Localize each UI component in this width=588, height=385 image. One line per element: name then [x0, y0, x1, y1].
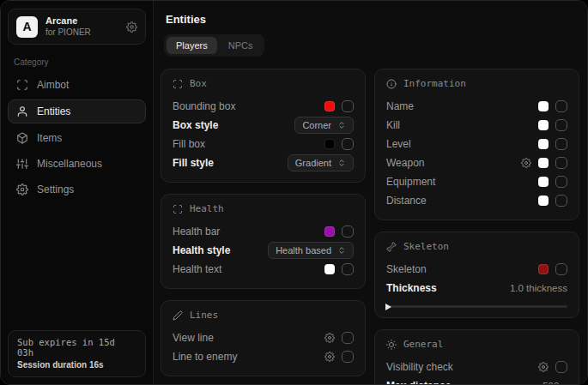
name-checkbox[interactable] [555, 100, 567, 112]
chevrons-up-down-icon [337, 121, 346, 129]
panel-information: Information Name Kill [374, 69, 579, 220]
dropdown-value: Corner [302, 120, 331, 130]
gear-icon[interactable] [324, 333, 335, 343]
max-distance-value: 500m [543, 381, 567, 384]
app-window: A Arcane for PIONER Category Aimbot [0, 0, 588, 385]
sidebar-item-label: Entities [37, 105, 70, 117]
color-swatch[interactable] [538, 196, 549, 206]
brand-subtitle: for PIONER [45, 27, 118, 39]
skeleton-checkbox[interactable] [555, 263, 567, 275]
view-line-checkbox[interactable] [342, 332, 354, 344]
gear-icon[interactable] [126, 21, 137, 33]
chevrons-up-down-icon [337, 159, 346, 167]
color-swatch[interactable] [324, 264, 335, 274]
health-text-checkbox[interactable] [342, 263, 354, 275]
row-health-style: Health style Health based [173, 241, 354, 260]
row-label: Box style [173, 119, 218, 131]
bounding-box-checkbox[interactable] [342, 100, 354, 112]
brand-logo: A [16, 16, 38, 38]
row-distance: Distance [386, 191, 567, 210]
subscription-card: Sub expires in 15d 03h Session duration … [8, 330, 146, 377]
session-duration-text: Session duration 16s [17, 360, 136, 370]
pencil-icon [173, 310, 183, 321]
sliders-icon [16, 158, 28, 170]
row-label: Weapon [386, 157, 424, 169]
row-label: Health style [173, 244, 230, 256]
tab-npcs[interactable]: NPCs [219, 37, 263, 54]
row-label: Level [386, 138, 411, 150]
gear-icon[interactable] [521, 158, 531, 168]
tab-players[interactable]: Players [167, 37, 217, 54]
row-level: Level [386, 135, 567, 153]
color-swatch[interactable] [324, 226, 335, 237]
crosshair-icon [16, 79, 28, 91]
category-label: Category [14, 57, 140, 67]
row-max-distance: Max distance 500m [386, 376, 567, 384]
row-view-line: View line [173, 328, 354, 347]
visibility-check-checkbox[interactable] [555, 361, 567, 373]
panel-title: General [403, 339, 443, 350]
distance-checkbox[interactable] [555, 195, 567, 207]
panel-health: Health Health bar Health style Health ba… [161, 194, 366, 289]
equipment-checkbox[interactable] [555, 176, 567, 188]
row-health-text: Health text [173, 260, 354, 279]
row-box-style: Box style Corner [173, 116, 354, 135]
entities-icon [16, 105, 28, 117]
color-swatch[interactable] [324, 139, 335, 149]
color-swatch[interactable] [538, 177, 549, 187]
entity-type-tabs: Players NPCs [164, 34, 264, 57]
brackets-icon [173, 204, 183, 214]
bone-icon [386, 242, 397, 252]
health-bar-checkbox[interactable] [342, 226, 354, 238]
row-label: Fill style [173, 157, 214, 169]
panel-lines: Lines View line Line to enemy [161, 300, 366, 376]
info-icon [386, 79, 397, 89]
gear-icon[interactable] [538, 362, 549, 372]
row-line-to-enemy: Line to enemy [173, 347, 354, 366]
color-swatch[interactable] [538, 101, 549, 111]
fill-style-dropdown[interactable]: Gradient [288, 154, 354, 171]
color-swatch[interactable] [538, 158, 549, 168]
thickness-slider[interactable] [386, 305, 567, 308]
line-to-enemy-checkbox[interactable] [342, 351, 354, 363]
color-swatch[interactable] [538, 120, 549, 130]
box-style-dropdown[interactable]: Corner [294, 117, 354, 134]
weapon-checkbox[interactable] [555, 157, 567, 169]
sidebar: A Arcane for PIONER Category Aimbot [1, 1, 154, 384]
sidebar-item-label: Items [37, 132, 62, 144]
sidebar-item-entities[interactable]: Entities [8, 99, 146, 123]
brand-text: Arcane for PIONER [45, 15, 118, 38]
color-swatch[interactable] [538, 139, 549, 149]
level-checkbox[interactable] [555, 138, 567, 150]
sidebar-item-settings[interactable]: Settings [8, 178, 146, 201]
kill-checkbox[interactable] [555, 119, 567, 131]
sub-expiry-text: Sub expires in 15d 03h [17, 337, 136, 358]
sidebar-item-miscellaneous[interactable]: Miscellaneous [8, 153, 146, 175]
panel-skeleton: Skeleton Skeleton Thickness 1.0 thicknes… [374, 232, 579, 318]
sidebar-item-label: Aimbot [37, 79, 69, 91]
slider-thumb[interactable] [385, 304, 391, 310]
row-fill-style: Fill style Gradient [173, 153, 354, 172]
sidebar-item-aimbot[interactable]: Aimbot [8, 74, 146, 96]
color-swatch[interactable] [324, 101, 335, 111]
health-style-dropdown[interactable]: Health based [268, 242, 354, 259]
row-label: Distance [386, 195, 427, 207]
row-equipment: Equipment [386, 172, 567, 191]
row-thickness: Thickness 1.0 thickness [386, 279, 567, 298]
gear-icon[interactable] [324, 352, 335, 362]
color-swatch[interactable] [538, 264, 549, 274]
row-bounding-box: Bounding box [173, 97, 354, 116]
sidebar-item-items[interactable]: Items [8, 127, 146, 149]
row-label: Thickness [386, 282, 437, 294]
row-weapon: Weapon [386, 153, 567, 172]
sidebar-nav: Aimbot Entities Items Miscellaneous [8, 74, 146, 201]
row-label: Health text [173, 263, 221, 275]
fill-box-checkbox[interactable] [342, 138, 354, 150]
row-label: View line [173, 332, 214, 344]
row-label: Name [386, 100, 414, 112]
sidebar-item-label: Miscellaneous [37, 158, 102, 170]
dropdown-value: Gradient [295, 158, 331, 168]
gear-icon [16, 183, 28, 196]
panel-title: Skeleton [403, 241, 449, 252]
main-content: Entities Players NPCs Box Bounding box [154, 1, 587, 384]
